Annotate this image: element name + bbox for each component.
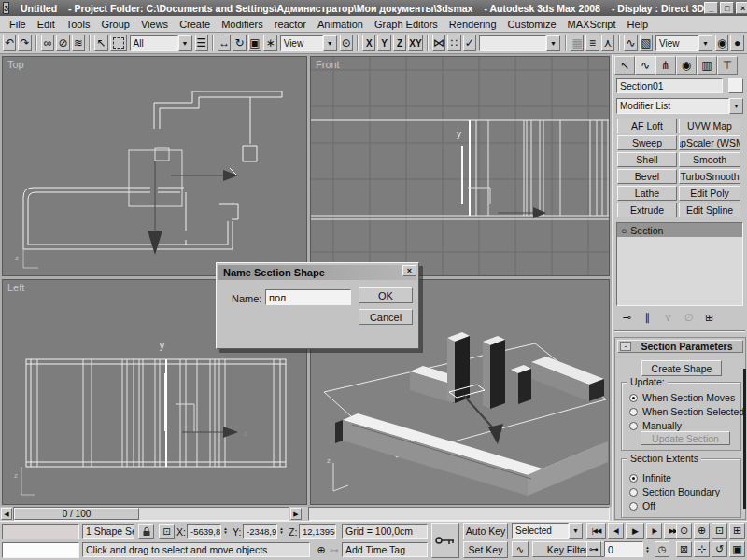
menu-tools[interactable]: Tools bbox=[61, 17, 96, 32]
menu-file[interactable]: File bbox=[4, 17, 32, 32]
z-coord-field[interactable]: 12,1395cm bbox=[299, 524, 336, 539]
reference-coordinate-dropdown[interactable]: View ▼ bbox=[280, 35, 337, 51]
update-section-button[interactable]: Update Section bbox=[641, 431, 730, 445]
track-bar[interactable] bbox=[308, 507, 610, 521]
select-rotate-icon[interactable]: ↻ bbox=[233, 35, 246, 51]
dialog-close-icon[interactable]: × bbox=[402, 265, 416, 276]
maxscript-listener-bottom[interactable] bbox=[2, 542, 79, 558]
default-tangent-icon[interactable]: ∿ bbox=[512, 541, 529, 557]
chevron-down-icon[interactable]: ▼ bbox=[569, 523, 583, 539]
zoom-icon[interactable]: ⊙ bbox=[676, 523, 692, 539]
chevron-down-icon[interactable]: ▼ bbox=[698, 35, 712, 51]
pan-icon[interactable]: ⊹ bbox=[694, 541, 710, 557]
object-name-field[interactable]: Section01 bbox=[616, 78, 723, 93]
select-scale-icon[interactable]: ▣ bbox=[248, 35, 261, 51]
bind-spacewarp-icon[interactable]: ≋ bbox=[72, 35, 85, 51]
modifier-button-sweep[interactable]: Sweep bbox=[617, 135, 677, 150]
menu-graph-editors[interactable]: Graph Editors bbox=[369, 17, 444, 32]
axis-x-button[interactable]: X bbox=[362, 35, 375, 51]
named-selection-sets-dropdown[interactable]: ▼ bbox=[479, 35, 560, 51]
radio-manually[interactable]: Manually bbox=[629, 420, 682, 431]
frame-spinner[interactable]: ▲▼ bbox=[643, 541, 652, 557]
modifier-button-edit-poly[interactable]: Edit Poly bbox=[679, 186, 740, 201]
modifier-button-uvw-map[interactable]: UVW Map bbox=[679, 119, 740, 133]
menu-animation[interactable]: Animation bbox=[312, 17, 369, 32]
set-key-button[interactable]: Set Key bbox=[463, 541, 508, 558]
motion-tab-icon[interactable]: ◉ bbox=[676, 56, 697, 75]
modify-tab-icon[interactable]: ∿ bbox=[635, 56, 655, 75]
min-max-toggle-icon[interactable]: ▣ bbox=[729, 541, 745, 557]
previous-frame-icon[interactable]: ◀| bbox=[608, 523, 624, 539]
axis-y-button[interactable]: Y bbox=[377, 35, 390, 51]
modifier-button-bevel[interactable]: Bevel bbox=[617, 169, 677, 184]
add-time-tag-field[interactable]: Add Time Tag bbox=[342, 542, 428, 557]
stack-item-section[interactable]: ○ Section bbox=[617, 223, 742, 237]
make-unique-icon[interactable]: ⋎ bbox=[661, 312, 675, 324]
menu-reactor[interactable]: reactor bbox=[269, 17, 312, 32]
select-link-icon[interactable]: ∞ bbox=[41, 35, 54, 51]
zoom-extents-icon[interactable]: ⊡ bbox=[712, 523, 727, 539]
menu-views[interactable]: Views bbox=[135, 17, 174, 32]
menu-group[interactable]: Group bbox=[95, 17, 135, 32]
chevron-down-icon[interactable]: ▼ bbox=[729, 98, 743, 114]
modifier-button-mapscaler[interactable]: apScaler (WSM bbox=[679, 135, 740, 150]
play-icon[interactable]: ▶ bbox=[626, 523, 644, 539]
modifier-button-shell[interactable]: Shell bbox=[617, 152, 677, 167]
y-spinner[interactable]: ▲▼ bbox=[277, 524, 286, 539]
next-frame-icon[interactable]: |▶ bbox=[646, 523, 662, 539]
maximize-button[interactable]: □ bbox=[720, 2, 734, 14]
selection-filter-dropdown[interactable]: All ▼ bbox=[130, 35, 192, 51]
chevron-down-icon[interactable]: ▼ bbox=[323, 35, 337, 51]
time-slider-handle[interactable]: 0 / 100 bbox=[14, 508, 139, 520]
undo-icon[interactable]: ↶ bbox=[3, 35, 16, 51]
viewport-front[interactable]: Front y z bbox=[310, 56, 610, 276]
axis-xy-button[interactable]: XY bbox=[408, 35, 422, 51]
close-button[interactable]: × bbox=[736, 2, 747, 14]
selection-lock-icon[interactable] bbox=[138, 524, 154, 539]
material-editor-icon[interactable]: ▧ bbox=[640, 35, 653, 51]
key-mode-toggle-icon[interactable]: ⊶ bbox=[586, 541, 601, 557]
create-shape-button[interactable]: Create Shape bbox=[641, 360, 722, 376]
notifications-icon[interactable]: ⊶ bbox=[329, 542, 340, 557]
key-filter-dropdown[interactable]: Selected ▼ bbox=[512, 523, 583, 539]
chevron-down-icon[interactable]: ▼ bbox=[178, 35, 192, 51]
panel-scrollbar[interactable] bbox=[743, 369, 746, 509]
rollout-header[interactable]: - Section Parameters bbox=[617, 340, 743, 353]
show-end-result-icon[interactable]: ∥ bbox=[641, 312, 655, 324]
select-move-icon[interactable]: ↔ bbox=[218, 35, 231, 51]
dialog-title-bar[interactable]: Name Section Shape bbox=[218, 265, 416, 280]
dialog-cancel-button[interactable]: Cancel bbox=[359, 309, 413, 325]
spin-down-icon[interactable]: ▼ bbox=[277, 531, 286, 535]
current-frame-field[interactable]: 0 bbox=[604, 541, 643, 557]
quick-render-icon[interactable]: ● bbox=[730, 35, 743, 51]
radio-section-boundary[interactable]: Section Boundary bbox=[629, 486, 720, 497]
modifier-button-af-loft[interactable]: AF Loft bbox=[617, 119, 677, 133]
goto-start-icon[interactable]: |◀◀ bbox=[586, 523, 606, 539]
modifier-button-lathe[interactable]: Lathe bbox=[617, 186, 677, 201]
edit-named-sets-icon[interactable]: ▦ bbox=[571, 35, 584, 51]
region-zoom-icon[interactable]: ⊠ bbox=[676, 541, 692, 557]
schematic-view-icon[interactable]: ⋏ bbox=[601, 35, 614, 51]
curve-editor-icon[interactable]: ∿ bbox=[624, 35, 637, 51]
configure-modifier-sets-icon[interactable]: ⊞ bbox=[702, 312, 716, 324]
layer-manager-icon[interactable]: ≡ bbox=[585, 35, 599, 51]
minimize-button[interactable]: _ bbox=[704, 2, 718, 14]
select-by-name-icon[interactable]: ☰ bbox=[195, 35, 208, 51]
region-select-icon[interactable] bbox=[110, 35, 127, 51]
unlink-icon[interactable]: ⊘ bbox=[56, 35, 69, 51]
radio-when-section-moves[interactable]: When Section Moves bbox=[629, 392, 735, 403]
menu-maxscript[interactable]: MAXScript bbox=[562, 17, 622, 32]
dialog-ok-button[interactable]: OK bbox=[359, 287, 413, 303]
time-slider-left-arrow[interactable]: ◀ bbox=[1, 508, 12, 520]
menu-help[interactable]: Help bbox=[622, 17, 655, 32]
collapse-icon[interactable]: - bbox=[620, 342, 631, 351]
auto-key-button[interactable]: Auto Key bbox=[463, 523, 508, 539]
spin-down-icon[interactable]: ▼ bbox=[221, 531, 230, 535]
absolute-mode-icon[interactable]: ⊡ bbox=[159, 524, 175, 539]
redo-icon[interactable]: ↷ bbox=[18, 35, 31, 51]
modifier-list-dropdown[interactable]: Modifier List ▼ bbox=[616, 98, 743, 114]
radio-off[interactable]: Off bbox=[629, 500, 655, 511]
chevron-down-icon[interactable]: ▼ bbox=[546, 35, 560, 51]
spin-down-icon[interactable]: ▼ bbox=[643, 550, 652, 553]
render-setup-icon[interactable]: ◉ bbox=[715, 35, 728, 51]
